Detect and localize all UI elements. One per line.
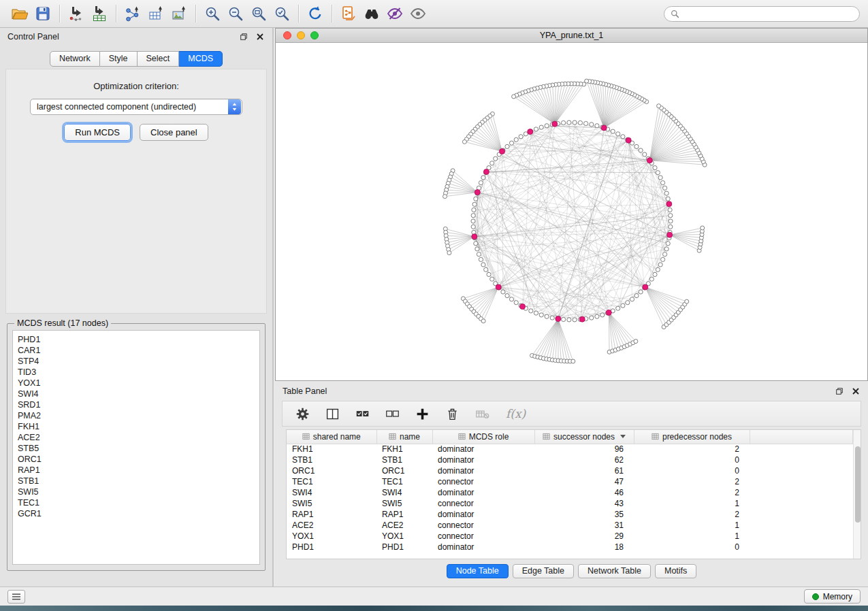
ring-node[interactable] xyxy=(639,290,643,294)
ring-node[interactable] xyxy=(474,242,478,246)
ring-node[interactable] xyxy=(573,120,577,125)
ring-node[interactable] xyxy=(505,144,509,148)
mcds-hub-node[interactable] xyxy=(500,149,505,154)
table-row-ORC1[interactable]: ORC1ORC1dominator610 xyxy=(287,465,853,476)
mcds-hub-node[interactable] xyxy=(626,137,631,143)
function-builder-button[interactable]: f(x) xyxy=(506,407,526,420)
mcds-result-item[interactable]: ORC1 xyxy=(18,454,255,465)
ring-node[interactable] xyxy=(484,267,488,271)
mcds-result-item[interactable]: FKH1 xyxy=(18,421,255,432)
mcds-hub-node[interactable] xyxy=(667,232,673,237)
ring-node[interactable] xyxy=(534,127,538,131)
search-input[interactable] xyxy=(684,9,853,18)
ring-node[interactable] xyxy=(514,137,518,142)
mcds-result-item[interactable]: RAP1 xyxy=(18,465,255,476)
mcds-result-item[interactable]: SRD1 xyxy=(18,399,255,410)
save-session-button[interactable] xyxy=(31,3,54,24)
unselect-all-button[interactable] xyxy=(383,405,401,423)
ring-node[interactable] xyxy=(666,242,670,246)
mcds-hub-node[interactable] xyxy=(528,129,533,135)
ring-node[interactable] xyxy=(475,247,479,251)
ring-node[interactable] xyxy=(562,317,566,321)
mcds-result-item[interactable]: STB5 xyxy=(18,443,255,454)
table-row-SWI4[interactable]: SWI4SWI4dominator462 xyxy=(287,487,853,498)
float-table-panel-button[interactable] xyxy=(834,386,844,396)
ring-node[interactable] xyxy=(479,257,483,261)
leaf-node[interactable] xyxy=(685,299,689,303)
mcds-hub-node[interactable] xyxy=(647,158,652,163)
network-graph[interactable] xyxy=(276,43,867,380)
ring-node[interactable] xyxy=(600,313,605,317)
ring-node[interactable] xyxy=(669,214,673,218)
tab-select[interactable]: Select xyxy=(138,51,180,67)
mcds-hub-node[interactable] xyxy=(666,201,672,207)
import-network-file-button[interactable] xyxy=(65,3,88,24)
ring-node[interactable] xyxy=(509,141,513,145)
mcds-result-item[interactable]: TID3 xyxy=(18,367,255,378)
ring-node[interactable] xyxy=(519,135,523,139)
ring-node[interactable] xyxy=(529,309,533,313)
memory-button[interactable]: Memory xyxy=(804,589,861,604)
run-mcds-button[interactable]: Run MCDS xyxy=(64,124,131,141)
ring-node[interactable] xyxy=(494,156,498,161)
ring-node[interactable] xyxy=(471,214,475,218)
ring-node[interactable] xyxy=(573,318,577,322)
ring-node[interactable] xyxy=(626,301,630,305)
mcds-hub-node[interactable] xyxy=(556,316,561,322)
ring-node[interactable] xyxy=(490,161,494,165)
mcds-hub-node[interactable] xyxy=(475,190,480,195)
ring-node[interactable] xyxy=(534,311,538,315)
close-panel-icon-button[interactable] xyxy=(255,31,265,42)
close-table-panel-button[interactable] xyxy=(850,386,861,396)
leaf-node[interactable] xyxy=(512,95,516,99)
ring-node[interactable] xyxy=(477,252,481,257)
ring-node[interactable] xyxy=(621,135,625,139)
ring-node[interactable] xyxy=(472,202,477,206)
export-table-button[interactable] xyxy=(144,3,167,24)
select-all-button[interactable] xyxy=(353,405,371,423)
leaf-node[interactable] xyxy=(634,340,638,344)
ring-node[interactable] xyxy=(658,176,662,180)
table-row-SWI5[interactable]: SWI5SWI5connector431 xyxy=(287,498,853,509)
ring-node[interactable] xyxy=(668,208,672,212)
tab-edge-table[interactable]: Edge Table xyxy=(513,564,574,578)
ring-node[interactable] xyxy=(666,197,670,201)
show-all-button[interactable] xyxy=(406,3,430,24)
leaf-node[interactable] xyxy=(571,359,575,363)
ring-node[interactable] xyxy=(562,120,566,125)
ring-node[interactable] xyxy=(663,252,667,257)
ring-node[interactable] xyxy=(539,125,543,129)
mcds-result-item[interactable]: PMA2 xyxy=(18,410,255,421)
mcds-result-item[interactable]: SWI4 xyxy=(18,389,255,399)
ring-node[interactable] xyxy=(501,290,505,294)
zoom-fit-content-button[interactable] xyxy=(247,3,270,24)
ring-node[interactable] xyxy=(471,219,475,223)
mcds-result-item[interactable]: STB1 xyxy=(18,476,255,486)
ring-node[interactable] xyxy=(509,297,513,301)
leaf-node[interactable] xyxy=(585,79,589,83)
mcds-hub-node[interactable] xyxy=(643,284,648,290)
table-row-RAP1[interactable]: RAP1RAP1dominator352 xyxy=(287,509,853,520)
ring-node[interactable] xyxy=(661,257,665,261)
ring-node[interactable] xyxy=(481,263,485,267)
delete-table-button[interactable] xyxy=(473,405,491,423)
column-header-MCDS-role[interactable]: MCDS role xyxy=(432,430,534,444)
ring-node[interactable] xyxy=(653,166,657,170)
leaf-node[interactable] xyxy=(462,139,466,144)
ring-node[interactable] xyxy=(479,181,483,185)
ring-node[interactable] xyxy=(567,318,571,322)
table-row-STB1[interactable]: STB1STB1dominator620 xyxy=(287,455,853,465)
ring-node[interactable] xyxy=(658,263,662,267)
open-file-button[interactable] xyxy=(8,3,31,24)
ring-node[interactable] xyxy=(656,171,660,175)
criterion-dropdown[interactable]: largest connected component (undirected) xyxy=(30,99,242,115)
zoom-in-button[interactable] xyxy=(201,3,224,24)
table-settings-button[interactable] xyxy=(293,405,311,423)
column-header-predecessor-nodes[interactable]: predecessor nodes xyxy=(634,430,750,444)
network-window-titlebar[interactable]: YPA_prune.txt_1 xyxy=(276,29,867,43)
table-scrollbar[interactable] xyxy=(853,430,861,559)
zoom-out-button[interactable] xyxy=(224,3,247,24)
import-table-file-button[interactable] xyxy=(88,3,111,24)
first-neighbors-button[interactable] xyxy=(360,3,383,24)
leaf-node[interactable] xyxy=(443,195,447,199)
